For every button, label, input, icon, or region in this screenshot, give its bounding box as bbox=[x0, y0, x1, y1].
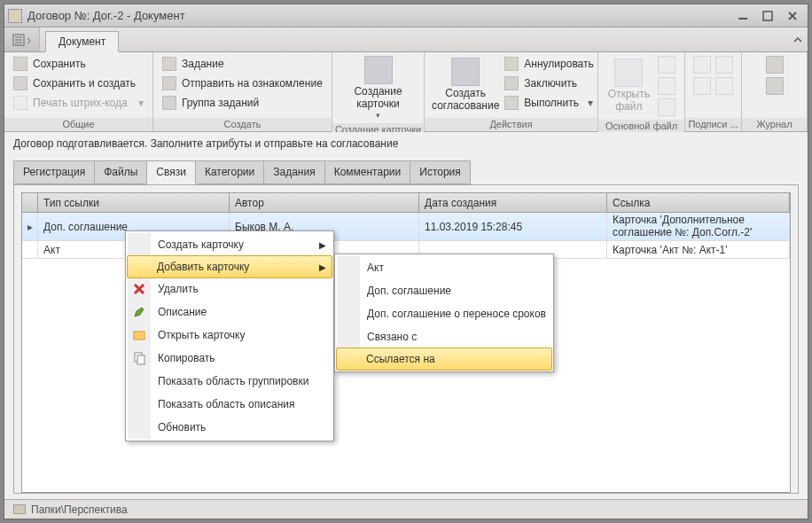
ribbon-group-signs: Подписи ... bbox=[685, 118, 741, 131]
close-button[interactable] bbox=[786, 10, 799, 22]
window-buttons bbox=[737, 10, 804, 22]
sign-button[interactable]: Заключить bbox=[501, 74, 597, 93]
copy-icon bbox=[132, 351, 146, 365]
col-link-type[interactable]: Тип ссылки bbox=[38, 193, 230, 212]
menu-delete[interactable]: Удалить bbox=[128, 277, 332, 301]
folder-icon bbox=[13, 504, 26, 514]
maximize-button[interactable] bbox=[761, 10, 774, 22]
sign-icon-4[interactable] bbox=[715, 77, 733, 95]
col-link[interactable]: Ссылка bbox=[607, 193, 790, 212]
info-bar: Договор подготавливается. Заполните атри… bbox=[4, 132, 808, 155]
submenu-add-card: Акт Доп. соглашение Доп. соглашение о пе… bbox=[334, 254, 554, 372]
menu-open-card[interactable]: Открыть карточку bbox=[128, 324, 332, 347]
tab-files[interactable]: Файлы bbox=[94, 160, 147, 184]
open-file-button[interactable]: Открыть файл bbox=[604, 54, 654, 118]
col-author[interactable]: Автор bbox=[230, 193, 419, 212]
menu-create-card[interactable]: Создать карточку▶ bbox=[128, 233, 332, 256]
submenu-addendum[interactable]: Доп. соглашение bbox=[337, 279, 551, 302]
svg-rect-5 bbox=[137, 355, 144, 364]
sign-icon-2[interactable] bbox=[693, 77, 711, 95]
submenu-arrow-icon: ▶ bbox=[319, 262, 326, 272]
tab-links[interactable]: Связи bbox=[146, 160, 196, 184]
svg-rect-3 bbox=[134, 332, 144, 340]
window-title: Договор №: Дог.-2 - Документ bbox=[27, 9, 737, 22]
submenu-act[interactable]: Акт bbox=[337, 256, 551, 279]
folder-path: Папки\Перспектива bbox=[31, 503, 128, 516]
card-icon bbox=[364, 56, 393, 84]
edit-icon bbox=[132, 305, 146, 319]
submenu-related-to[interactable]: Связано с bbox=[337, 325, 551, 348]
create-card-button[interactable]: Создание карточки▾ bbox=[338, 54, 418, 121]
quick-access-bar: Документ bbox=[4, 27, 808, 52]
task-button[interactable]: Задание bbox=[159, 54, 326, 74]
menu-show-desc-area[interactable]: Показать область описания bbox=[128, 393, 332, 416]
tab-strip: Регистрация Файлы Связи Категории Задани… bbox=[4, 155, 808, 184]
col-date[interactable]: Дата создания bbox=[419, 193, 607, 212]
barcode-icon bbox=[13, 96, 27, 110]
submenu-arrow-icon: ▶ bbox=[319, 240, 326, 250]
ribbon-collapse-button[interactable] bbox=[788, 27, 808, 51]
quick-button[interactable] bbox=[4, 27, 40, 51]
print-barcode-button[interactable]: Печать штрих-кода▾ bbox=[10, 93, 147, 113]
submenu-refers-to[interactable]: Ссылается на bbox=[336, 347, 552, 371]
exec-icon bbox=[504, 96, 519, 110]
task-group-icon bbox=[162, 96, 176, 110]
save-create-button[interactable]: Сохранить и создать bbox=[10, 74, 147, 93]
svg-rect-1 bbox=[763, 12, 772, 20]
journal-icon-2[interactable] bbox=[766, 77, 784, 95]
execute-button[interactable]: Выполнить▾ bbox=[501, 93, 597, 113]
menu-description[interactable]: Описание bbox=[128, 301, 332, 324]
send-review-button[interactable]: Отправить на ознакомление bbox=[159, 74, 326, 93]
open-file-icon bbox=[614, 59, 643, 87]
journal-icon-1[interactable] bbox=[766, 56, 784, 74]
submenu-addendum-dates[interactable]: Доп. соглашение о переносе сроков bbox=[337, 302, 551, 325]
minimize-button[interactable] bbox=[737, 10, 749, 22]
ribbon-group-create: Создать bbox=[153, 118, 332, 131]
svg-rect-0 bbox=[738, 18, 747, 20]
tab-history[interactable]: История bbox=[410, 160, 471, 184]
save-button[interactable]: Сохранить bbox=[10, 54, 147, 74]
cancel-icon bbox=[504, 57, 519, 71]
tab-registration[interactable]: Регистрация bbox=[13, 160, 95, 184]
task-icon bbox=[162, 57, 176, 71]
menu-show-group-area[interactable]: Показать область группировки bbox=[128, 370, 332, 393]
titlebar: Договор №: Дог.-2 - Документ bbox=[4, 4, 808, 27]
create-approval-button[interactable]: Создать согласование bbox=[430, 54, 501, 116]
task-group-button[interactable]: Группа заданий bbox=[159, 93, 326, 113]
send-icon bbox=[162, 76, 176, 90]
sign-icon bbox=[504, 76, 519, 90]
tab-comments[interactable]: Комментарии bbox=[324, 160, 411, 184]
save-icon bbox=[13, 57, 27, 71]
context-menu: Создать карточку▶ Добавить карточку▶ Уда… bbox=[125, 230, 334, 441]
ribbon: Сохранить Сохранить и создать Печать штр… bbox=[4, 52, 808, 132]
status-bar: Папки\Перспектива bbox=[4, 499, 808, 519]
ribbon-group-mainfile: Основной файл bbox=[598, 120, 684, 133]
row-indicator: ▸ bbox=[22, 213, 38, 240]
app-icon bbox=[8, 9, 22, 23]
sign-icon-1[interactable] bbox=[693, 56, 711, 74]
cancel-button[interactable]: Аннулировать bbox=[501, 54, 597, 74]
tab-categories[interactable]: Категории bbox=[195, 160, 264, 184]
tab-tasks[interactable]: Задания bbox=[263, 160, 324, 184]
menu-add-card[interactable]: Добавить карточку▶ bbox=[127, 255, 332, 278]
save-create-icon bbox=[13, 76, 27, 90]
menu-copy[interactable]: Копировать bbox=[128, 347, 332, 370]
ribbon-group-journal: Журнал bbox=[742, 118, 807, 131]
menu-refresh[interactable]: Обновить bbox=[128, 416, 332, 439]
open-icon bbox=[132, 328, 146, 342]
sign-icon-3[interactable] bbox=[715, 56, 733, 74]
approval-icon bbox=[451, 58, 480, 86]
delete-icon bbox=[132, 282, 146, 296]
file-extra-buttons bbox=[654, 54, 679, 118]
ribbon-tab-document[interactable]: Документ bbox=[45, 31, 119, 52]
ribbon-group-actions: Действия bbox=[425, 118, 597, 131]
ribbon-group-common: Общие bbox=[4, 118, 152, 131]
grid-header: Тип ссылки Автор Дата создания Ссылка bbox=[22, 193, 790, 213]
